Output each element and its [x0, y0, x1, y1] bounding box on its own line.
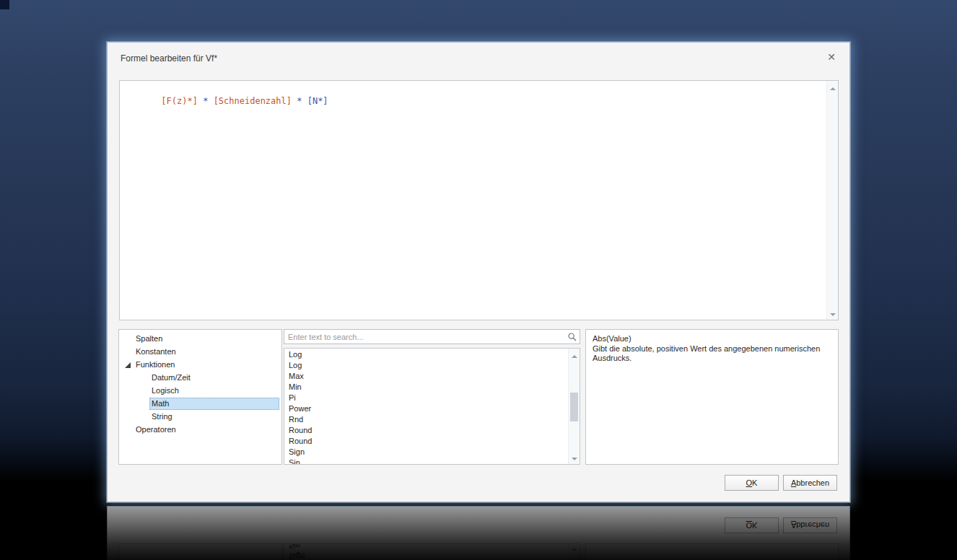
ok-button[interactable]: OK [725, 475, 779, 491]
tree-item-datum-zeit[interactable]: Datum/Zeit [119, 371, 281, 384]
category-tree: Spalten Konstanten Funktionen Datum/Zeit… [118, 329, 282, 465]
tree-item-label: Datum/Zeit [149, 372, 279, 384]
formula-token-field: [F(z)*] [161, 96, 198, 106]
formula-editor[interactable]: [F(z)*] * [Schneidenzahl] * [N*] [119, 80, 839, 320]
expander-placeholder [139, 374, 147, 381]
function-list-item[interactable]: Power [284, 403, 568, 414]
description-panel: Abs(Value) Gibt die absolute, positiven … [585, 329, 839, 465]
tree-item-string[interactable]: String [119, 410, 281, 423]
scroll-up-icon[interactable] [827, 81, 838, 92]
dialog-title: Formel bearbeiten für Vf* [121, 53, 217, 64]
ok-button-label: K [752, 478, 757, 487]
tree-item-math[interactable]: Math [119, 397, 281, 410]
function-list: Log Log Max Min Pi Power Rnd Round Round… [284, 348, 580, 465]
dialog-titlebar: Formel bearbeiten für Vf* ✕ [108, 43, 849, 76]
function-description: Gibt die absolute, positiven Wert des an… [593, 344, 831, 364]
function-list-item[interactable]: Max [284, 371, 568, 382]
expander-placeholder [123, 426, 131, 433]
expander-placeholder [123, 335, 131, 342]
function-list-scrollbar[interactable] [568, 349, 580, 464]
scroll-down-icon[interactable] [827, 309, 838, 320]
tree-item-konstanten[interactable]: Konstanten [119, 345, 281, 358]
formula-token-parameter: [N*] [307, 96, 328, 106]
close-icon[interactable]: ✕ [827, 51, 836, 63]
tree-item-operatoren[interactable]: Operatoren [119, 423, 281, 436]
function-list-item[interactable]: Sin [284, 458, 568, 464]
tree-item-funktionen[interactable]: Funktionen [119, 358, 281, 371]
corner-artifact [0, 0, 9, 9]
search-input[interactable] [284, 331, 567, 343]
formula-editor-dialog: Formel bearbeiten für Vf* ✕ [F(z)*] * [S… [107, 42, 850, 502]
function-list-rows: Log Log Max Min Pi Power Rnd Round Round… [284, 349, 568, 464]
tree-item-label: Math [149, 398, 279, 410]
tree-item-label: Konstanten [134, 346, 279, 358]
search-box[interactable] [284, 329, 580, 344]
function-signature: Abs(Value) [593, 334, 831, 344]
function-list-item[interactable]: Log [284, 360, 568, 371]
expander-placeholder [139, 387, 147, 394]
formula-text: [F(z)*] * [Schneidenzahl] * [N*] [120, 81, 826, 320]
formula-token-operator: * [198, 96, 214, 106]
function-list-item[interactable]: Rnd [284, 414, 568, 425]
expander-placeholder [139, 400, 147, 407]
scroll-down-icon[interactable] [569, 453, 580, 464]
tree-item-label: Spalten [134, 333, 279, 345]
function-list-item[interactable]: Min [284, 382, 568, 393]
function-list-item[interactable]: Round [284, 436, 568, 447]
tree-item-spalten[interactable]: Spalten [119, 332, 281, 345]
formula-token-operator: * [292, 96, 307, 106]
function-list-item[interactable]: Round [284, 425, 568, 436]
cancel-button-label: bbrechen [796, 478, 829, 487]
tree-item-logisch[interactable]: Logisch [119, 384, 281, 397]
scroll-up-icon[interactable] [569, 349, 580, 359]
cancel-button[interactable]: Abbrechen [783, 475, 837, 491]
tree-item-label: String [149, 411, 279, 423]
expander-placeholder [139, 413, 147, 420]
function-list-item[interactable]: Sign [284, 447, 568, 458]
expander-placeholder [123, 348, 131, 355]
dialog-reflection: Formel bearbeiten für Vf* ✕ [F(z)*] * [S… [107, 506, 850, 560]
function-column: Log Log Max Min Pi Power Rnd Round Round… [284, 329, 580, 465]
tree-item-label: Funktionen [134, 359, 279, 371]
ok-button-mnemonic: O [746, 478, 753, 487]
reflection-fade [107, 506, 850, 560]
function-list-item[interactable]: Log [284, 349, 568, 360]
formula-scrollbar[interactable] [826, 81, 838, 320]
tree-item-label: Logisch [149, 385, 279, 397]
formula-token-field: [Schneidenzahl] [214, 96, 292, 106]
function-list-item[interactable]: Pi [284, 393, 568, 403]
search-icon[interactable] [567, 332, 577, 342]
dialog-buttons: OK Abbrechen [725, 475, 837, 491]
tree-item-label: Operatoren [134, 424, 279, 436]
scrollbar-thumb[interactable] [570, 393, 578, 421]
expander-expanded-icon[interactable] [123, 361, 131, 368]
